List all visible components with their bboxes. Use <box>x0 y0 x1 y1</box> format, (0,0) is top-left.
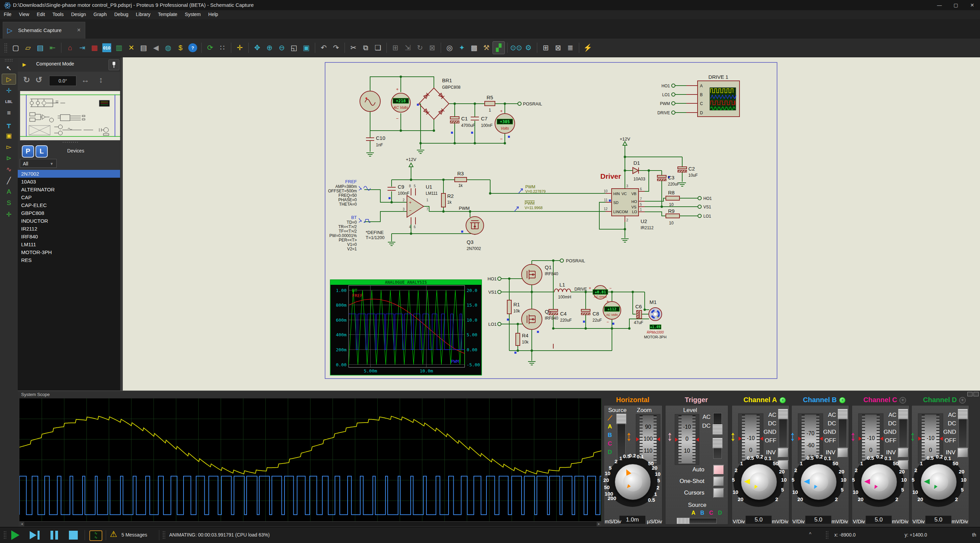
component-l1[interactable]: L1 100mH <box>554 282 571 299</box>
wire-label-mode-button[interactable]: LBL <box>2 97 16 107</box>
search-components-button[interactable]: ⊙⊙ <box>510 41 522 54</box>
zoom-sheet-button[interactable]: ✕ <box>126 41 137 54</box>
component-c10[interactable]: C10 1nF <box>366 135 385 147</box>
graph-mode-button[interactable]: ∿ <box>2 164 16 174</box>
device-pins-mode-button[interactable]: ⊳ <box>2 153 16 163</box>
device-item-irf840[interactable]: IRF840 <box>18 232 123 240</box>
component-mode-button[interactable]: ▷ <box>2 74 16 84</box>
design-explorer-button[interactable]: ▤ <box>138 41 150 54</box>
web-search-button[interactable]: ◍ <box>162 41 174 54</box>
mirror-horizontal-button[interactable]: ↔ <box>81 75 89 84</box>
3d-visualizer-button[interactable]: ▥ <box>113 41 125 54</box>
terminal-ho1-in[interactable] <box>498 277 501 280</box>
terminal-vs1-out[interactable] <box>698 205 701 209</box>
block-move-button[interactable]: ⇲ <box>402 41 414 54</box>
menu-item-system[interactable]: System <box>181 10 205 17</box>
rotation-angle-field[interactable]: 0.0° <box>49 76 76 86</box>
menu-item-file[interactable]: File <box>0 10 15 17</box>
toggle-grid-button[interactable]: ∷ <box>216 41 228 54</box>
trigger-cursors-button[interactable] <box>713 488 724 498</box>
bill-of-materials-button[interactable]: $ <box>175 41 186 54</box>
buses-mode-button[interactable]: ┳ <box>2 119 16 129</box>
scroll-left-icon[interactable]: ◄ <box>19 522 24 526</box>
new-root-sheet-button[interactable]: ⊞ <box>540 41 552 54</box>
copy-button[interactable]: ⧉ <box>360 41 371 54</box>
collapse-panel-button[interactable]: ^ <box>809 532 811 537</box>
device-item-2n7002[interactable]: 2N7002 <box>18 170 123 178</box>
zoom-out-button[interactable]: ⊖ <box>276 41 288 54</box>
channel-b-enable-button[interactable]: + <box>839 397 846 403</box>
device-item-res[interactable]: RES <box>18 256 123 264</box>
pin-panel-button[interactable] <box>108 59 119 70</box>
device-item-lm111[interactable]: LM111 <box>18 240 123 248</box>
device-filter-dropdown[interactable]: All ▼ <box>20 159 57 168</box>
channel-c-inv-button[interactable] <box>898 448 909 458</box>
refresh-button[interactable]: ⟳ <box>204 41 216 54</box>
step-button[interactable] <box>29 530 40 540</box>
horizontal-timebase-knob[interactable] <box>615 464 651 500</box>
component-c1[interactable]: C1 4700uF <box>450 116 475 128</box>
device-item-inductor[interactable]: INDUCTOR <box>18 217 123 225</box>
device-item-gbpc808[interactable]: GBPC808 <box>18 209 123 217</box>
channel-b-inv-button[interactable] <box>837 448 848 458</box>
2d-text-mode-button[interactable]: A <box>2 186 16 197</box>
junction-dot-mode-button[interactable]: ✛ <box>2 85 16 96</box>
play-button[interactable] <box>10 530 21 540</box>
wire-autorouter-button[interactable]: ▞ <box>493 41 504 54</box>
schematic-capture-view-button[interactable]: ⇥ <box>76 41 88 54</box>
device-item-motor-3ph[interactable]: MOTOR-3PH <box>18 248 123 256</box>
make-device-button[interactable]: ✦ <box>456 41 468 54</box>
scope-maximize-icon[interactable] <box>974 392 978 397</box>
component-c2[interactable]: C2 10uF <box>678 166 698 178</box>
remove-sheet-button[interactable]: ⊠ <box>552 41 564 54</box>
menu-item-library[interactable]: Library <box>132 10 154 17</box>
power-terminal[interactable] <box>409 163 413 169</box>
home-page-button[interactable]: ⌂ <box>64 41 76 54</box>
scope-status-icon[interactable]: ∿∿ <box>89 530 102 541</box>
close-button[interactable]: ✕ <box>964 0 980 10</box>
channel-c-enable-button[interactable]: + <box>899 397 906 403</box>
open-project-button[interactable]: ▱ <box>22 41 34 54</box>
component-c3[interactable]: C3 220uF <box>657 175 679 186</box>
voltage-probe-pwm[interactable]: PWM V=0.227879 <box>519 185 546 193</box>
device-item-ir2112[interactable]: IR2112 <box>18 225 123 232</box>
component-r3[interactable]: R3 1k <box>455 170 467 188</box>
scope-waveform-display[interactable] <box>19 398 601 521</box>
block-delete-button[interactable]: ⊠ <box>426 41 438 54</box>
power-terminal[interactable] <box>623 142 627 148</box>
cut-button[interactable]: ✂ <box>348 41 359 54</box>
component-r1[interactable]: R1 10k <box>507 300 520 314</box>
terminal-vs1-in[interactable] <box>498 290 501 294</box>
marker-mode-button[interactable]: ✛ <box>2 209 16 219</box>
ground-symbol[interactable] <box>388 242 395 245</box>
subcircuit-mode-button[interactable]: ▣ <box>2 130 16 140</box>
schematic-overview-preview[interactable] <box>20 91 121 140</box>
trigger-one-shot-button[interactable] <box>713 476 724 486</box>
ground-symbol[interactable] <box>528 361 536 365</box>
menu-item-tools[interactable]: Tools <box>49 10 68 17</box>
decompose-button[interactable]: ⚒ <box>480 41 492 54</box>
packaging-tool-button[interactable]: ▩ <box>468 41 480 54</box>
channel-a-coupling-slider[interactable] <box>779 409 787 447</box>
component-q1[interactable]: Q1 IRF840 <box>522 264 558 285</box>
channel-d-enable-button[interactable]: + <box>959 397 966 403</box>
generator-bt[interactable]: BT TD=0 TR=<T>/2 TF=<T>/2 PW=0.00001% PE… <box>329 215 371 252</box>
menu-item-design[interactable]: Design <box>67 10 90 17</box>
save-project-button[interactable]: ▤ <box>35 41 46 54</box>
zoom-extents-button[interactable]: ▣ <box>301 41 312 54</box>
terminal-posrail[interactable] <box>518 102 521 105</box>
component-r8[interactable]: R8 10 <box>666 189 679 207</box>
rotate-ccw-button[interactable]: ↺ <box>35 75 42 84</box>
analogue-analysis-graph[interactable]: ANALOGUE ANALYSIS 1.00 800m 600m 400m 20… <box>330 280 482 375</box>
block-copy-button[interactable]: ⊞ <box>390 41 401 54</box>
channel-a-enable-button[interactable]: + <box>780 397 786 403</box>
goto-sheet-button[interactable]: ≣ <box>565 41 576 54</box>
menu-item-view[interactable]: View <box>15 10 33 17</box>
2d-symbol-mode-button[interactable]: S <box>2 198 16 208</box>
component-q2[interactable]: Q2 IRF840 <box>522 309 558 330</box>
text-script-mode-button[interactable]: ≡ <box>2 108 16 118</box>
terminal-ho1[interactable] <box>671 84 675 87</box>
selection-mode-button[interactable]: ↖ <box>2 63 16 73</box>
status-handle[interactable] <box>3 531 6 540</box>
terminal-lo1-in[interactable] <box>498 322 501 326</box>
